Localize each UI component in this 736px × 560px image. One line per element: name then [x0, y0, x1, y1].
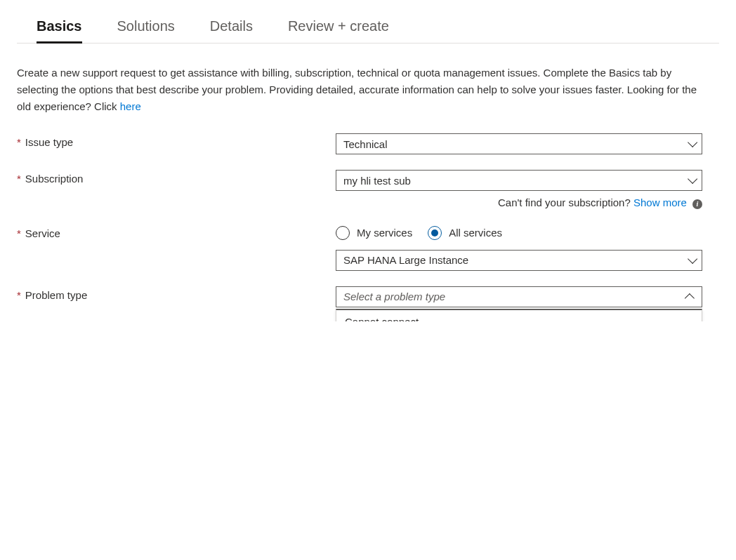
- subscription-select[interactable]: my hli test sub: [336, 170, 702, 191]
- option-cannot-connect[interactable]: Cannot connect: [336, 310, 702, 321]
- chevron-down-icon: [688, 138, 697, 147]
- problem-type-options-panel: Cannot connect Creating a Large Instance…: [336, 309, 702, 321]
- label-problem-type: *Problem type: [17, 286, 336, 301]
- label-subscription: *Subscription: [17, 170, 336, 185]
- chevron-down-icon: [688, 174, 697, 184]
- show-more-link[interactable]: Show more: [633, 196, 687, 208]
- old-experience-link[interactable]: here: [120, 100, 141, 112]
- issue-type-select[interactable]: Technical: [336, 133, 702, 154]
- radio-all-services[interactable]: All services: [428, 226, 502, 240]
- radio-icon: [428, 226, 442, 240]
- subscription-help: Can't find your subscription? Show more …: [336, 196, 702, 209]
- tab-review[interactable]: Review + create: [288, 13, 389, 43]
- service-radio-group: My services All services: [336, 226, 702, 240]
- label-issue-type: *Issue type: [17, 133, 336, 148]
- tab-basics[interactable]: Basics: [37, 13, 82, 43]
- tabs-bar: Basics Solutions Details Review + create: [17, 13, 719, 44]
- row-issue-type: *Issue type Technical: [17, 133, 719, 154]
- row-subscription: *Subscription my hli test sub Can't find…: [17, 170, 719, 209]
- row-service: *Service My services All services SAP HA…: [17, 225, 719, 271]
- chevron-down-icon: [688, 253, 697, 263]
- service-select[interactable]: SAP HANA Large Instance: [336, 250, 702, 271]
- label-service: *Service: [17, 225, 336, 239]
- info-icon[interactable]: i: [692, 199, 702, 209]
- tab-details[interactable]: Details: [210, 13, 253, 43]
- radio-my-services[interactable]: My services: [336, 226, 412, 240]
- problem-type-select[interactable]: Select a problem type: [336, 286, 702, 307]
- problem-type-dropdown: Select a problem type Cannot connect Cre…: [336, 286, 702, 307]
- chevron-up-icon: [685, 293, 695, 303]
- radio-icon: [336, 226, 350, 240]
- tab-solutions[interactable]: Solutions: [117, 13, 175, 43]
- intro-text: Create a new support request to get assi…: [17, 65, 705, 115]
- row-problem-type: *Problem type Select a problem type Cann…: [17, 286, 719, 307]
